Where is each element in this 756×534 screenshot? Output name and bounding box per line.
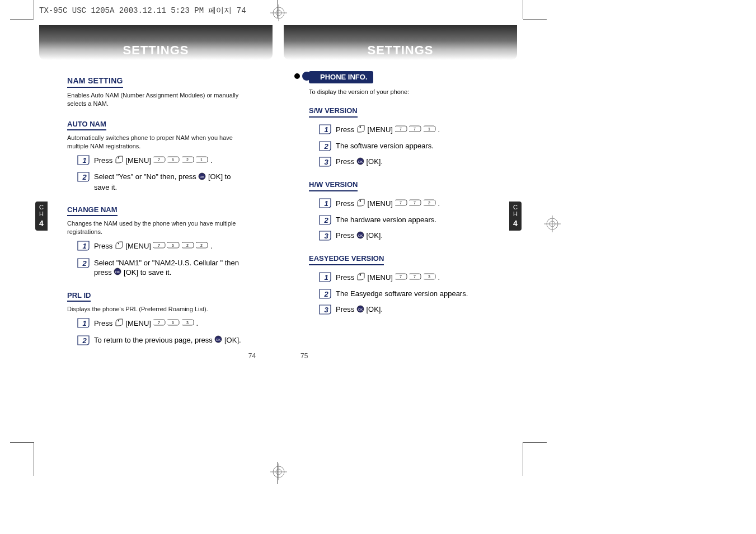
numkey-icon: 3 xyxy=(182,318,194,330)
numkey-icon: 7 xyxy=(409,198,421,210)
desc-text: Enables Auto NAM (Number Assignment Modu… xyxy=(67,91,247,108)
registration-mark-icon xyxy=(270,463,287,480)
heading-change-nam: CHANGE NAM xyxy=(67,205,118,217)
step-number-icon: 2 xyxy=(77,258,90,268)
svg-text:2: 2 xyxy=(186,243,189,247)
svg-text:7: 7 xyxy=(400,201,402,205)
numkey-icon: 7 xyxy=(153,155,166,167)
page-number: 75 xyxy=(300,352,308,360)
svg-text:6: 6 xyxy=(172,321,174,325)
step-text: Press [MENU] 7 7 2 . xyxy=(336,198,489,210)
svg-text:3: 3 xyxy=(324,232,328,240)
step-row: 1 Press [MENU] 7 7 2 . xyxy=(319,198,489,210)
softkey-icon xyxy=(356,272,365,284)
crop-mark xyxy=(523,19,547,20)
step-row: 3 Press [OK]. xyxy=(319,305,489,315)
step-row: 1 Press [MENU] 7 7 1 . xyxy=(319,124,489,136)
heading-hw-version: H/W VERSION xyxy=(309,180,358,191)
ok-key-icon xyxy=(198,172,206,183)
svg-text:2: 2 xyxy=(82,336,87,345)
numkey-icon: 7 xyxy=(409,124,421,136)
svg-text:7: 7 xyxy=(414,127,416,131)
softkey-icon xyxy=(115,155,124,167)
softkey-icon xyxy=(356,198,365,210)
page-right: SETTINGS PHONE INFO. To display the vers… xyxy=(278,25,523,352)
heading-sw-version: S/W VERSION xyxy=(309,106,358,118)
crop-mark xyxy=(277,462,278,484)
crop-mark xyxy=(10,19,34,20)
ok-key-icon xyxy=(214,335,222,346)
svg-text:7: 7 xyxy=(400,127,402,131)
step-text: The software version appears. xyxy=(336,141,489,151)
step-row: 2 The software version appears. xyxy=(319,141,489,151)
page-title: SETTINGS xyxy=(367,43,433,58)
svg-text:7: 7 xyxy=(414,275,416,279)
file-header: TX-95C USC 1205A 2003.12.11 5:23 PM 페이지 … xyxy=(39,6,246,16)
svg-text:7: 7 xyxy=(158,321,160,325)
numkey-icon: 6 xyxy=(167,155,180,167)
numkey-icon: 2 xyxy=(182,241,194,252)
numkey-icon: 7 xyxy=(153,318,166,330)
step-number-icon: 1 xyxy=(319,272,331,282)
softkey-icon xyxy=(356,124,365,136)
step-number-icon: 1 xyxy=(77,241,90,251)
numkey-icon: 6 xyxy=(167,318,180,330)
numkey-icon: 2 xyxy=(424,198,436,210)
step-number-icon: 1 xyxy=(77,318,90,328)
ok-key-icon xyxy=(356,231,364,242)
step-row: 2 The Easyedge software version appears. xyxy=(319,289,489,299)
step-number-icon: 2 xyxy=(319,141,331,151)
svg-text:2: 2 xyxy=(428,201,430,205)
svg-text:2: 2 xyxy=(82,259,87,268)
page-left: SETTINGS NAM SETTING Enables Auto NAM (N… xyxy=(34,25,278,352)
svg-text:2: 2 xyxy=(82,173,87,181)
step-text: Select "Yes" or "No" then, press [OK] to… xyxy=(94,172,247,192)
numkey-icon: 7 xyxy=(153,241,166,252)
desc-text: To display the version of your phone: xyxy=(309,88,489,96)
crop-mark xyxy=(34,442,34,476)
page-header: SETTINGS xyxy=(284,25,517,60)
svg-text:7: 7 xyxy=(158,158,160,162)
step-number-icon: 2 xyxy=(77,335,90,345)
svg-text:1: 1 xyxy=(428,127,430,131)
step-row: 2 Select "NAM1" or "NAM2-U.S. Cellular "… xyxy=(77,258,247,278)
ok-key-icon xyxy=(114,268,121,278)
step-row: 3 Press [OK]. xyxy=(319,157,489,167)
page-header: SETTINGS xyxy=(39,25,273,60)
crop-mark xyxy=(523,442,547,443)
svg-text:2: 2 xyxy=(323,216,328,224)
page-number: 74 xyxy=(248,352,256,360)
step-row: 1 Press [MENU] 7 6 2 1 . xyxy=(77,155,247,167)
ok-key-icon xyxy=(356,305,364,316)
numkey-icon: 7 xyxy=(409,272,421,284)
step-number-icon: 3 xyxy=(319,231,331,241)
softkey-icon xyxy=(115,241,124,252)
numkey-icon: 7 xyxy=(395,124,407,136)
svg-text:3: 3 xyxy=(324,158,328,166)
numkey-icon: 6 xyxy=(167,241,180,252)
step-text: Press [MENU] 7 7 3 . xyxy=(336,272,489,284)
svg-text:2: 2 xyxy=(201,243,203,247)
desc-text: Displays the phone's PRL (Preferred Roam… xyxy=(67,305,247,313)
svg-text:6: 6 xyxy=(172,158,174,162)
page-title: SETTINGS xyxy=(123,43,189,58)
svg-text:1: 1 xyxy=(324,273,328,282)
svg-text:2: 2 xyxy=(323,142,328,151)
step-number-icon: 3 xyxy=(319,157,331,167)
step-number-icon: 2 xyxy=(319,289,331,299)
svg-text:1: 1 xyxy=(82,319,86,327)
step-row: 2 To return to the previous page, press … xyxy=(77,335,247,346)
svg-text:3: 3 xyxy=(324,306,328,314)
svg-text:1: 1 xyxy=(324,125,328,134)
svg-text:1: 1 xyxy=(201,158,203,162)
numkey-icon: 3 xyxy=(424,272,436,284)
step-number-icon: 2 xyxy=(77,172,90,182)
step-text: Press [OK]. xyxy=(336,157,489,167)
crop-mark xyxy=(277,0,278,18)
softkey-icon xyxy=(115,318,124,330)
numkey-icon: 1 xyxy=(424,124,436,136)
svg-text:2: 2 xyxy=(323,290,328,298)
step-row: 1 Press [MENU] 7 6 3 . xyxy=(77,318,247,330)
step-number-icon: 1 xyxy=(319,124,331,134)
numkey-icon: 7 xyxy=(395,272,407,284)
